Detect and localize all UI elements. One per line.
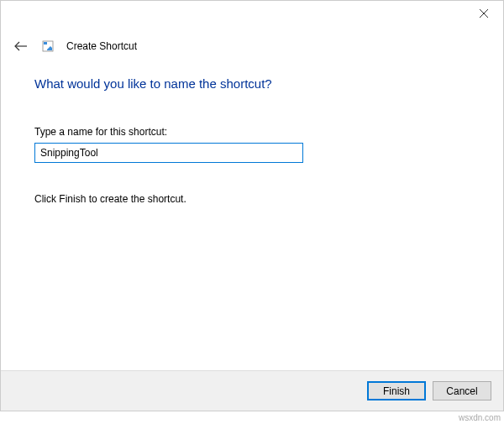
shortcut-name-input[interactable] xyxy=(34,143,303,163)
watermark-text: wsxdn.com xyxy=(459,413,501,422)
cancel-button[interactable]: Cancel xyxy=(433,381,491,400)
shortcut-name-label: Type a name for this shortcut: xyxy=(34,126,470,138)
instruction-text: Click Finish to create the shortcut. xyxy=(34,193,470,205)
back-button[interactable] xyxy=(13,38,29,55)
svg-rect-4 xyxy=(44,42,47,44)
back-arrow-icon xyxy=(14,41,28,51)
wizard-content: What would you like to name the shortcut… xyxy=(34,76,470,205)
close-button[interactable] xyxy=(465,1,503,26)
shortcut-wizard-icon xyxy=(41,39,55,53)
wizard-footer: Finish Cancel xyxy=(1,370,503,411)
create-shortcut-wizard: Create Shortcut What would you like to n… xyxy=(0,0,504,411)
finish-button[interactable]: Finish xyxy=(367,381,426,400)
titlebar xyxy=(1,1,503,29)
close-icon xyxy=(480,9,488,18)
page-heading: What would you like to name the shortcut… xyxy=(34,76,470,91)
wizard-header: Create Shortcut xyxy=(13,38,137,55)
wizard-title: Create Shortcut xyxy=(66,40,137,52)
